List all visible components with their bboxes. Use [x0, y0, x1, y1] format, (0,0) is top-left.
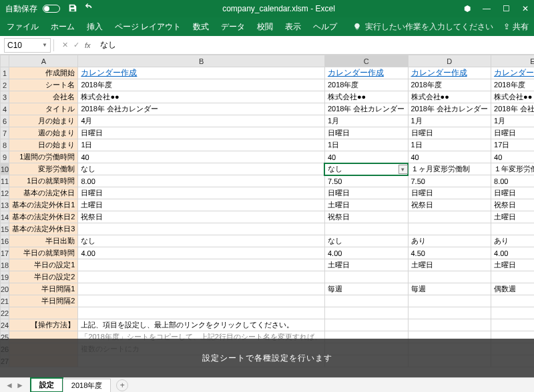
cell[interactable]: 土曜日: [491, 259, 534, 271]
row-header[interactable]: 1: [1, 67, 9, 79]
tab-help[interactable]: ヘルプ: [312, 19, 338, 35]
cell[interactable]: [9, 307, 78, 319]
cell[interactable]: 2018年度: [324, 79, 408, 91]
cell[interactable]: 日曜日: [78, 127, 325, 139]
toggle-switch-icon[interactable]: [43, 5, 60, 13]
cell[interactable]: 4月: [78, 115, 325, 127]
cell[interactable]: なし▾▾: [324, 163, 408, 175]
cell[interactable]: 上記、項目を設定し、最上部のリンクをクリックしてください。: [78, 319, 325, 331]
cell[interactable]: 基本の法定外休日3: [9, 223, 78, 235]
row-header[interactable]: 8: [1, 139, 9, 151]
select-all-corner[interactable]: [1, 55, 9, 67]
cell[interactable]: [324, 307, 408, 319]
save-icon[interactable]: [68, 3, 77, 15]
cell[interactable]: 毎週: [408, 283, 491, 295]
cell[interactable]: カレンダー作成: [491, 67, 534, 79]
cell[interactable]: [408, 271, 491, 283]
row-header[interactable]: 17: [1, 247, 9, 259]
cell[interactable]: 4.00: [324, 247, 408, 259]
cell[interactable]: 日曜日: [491, 187, 534, 199]
cell[interactable]: [78, 295, 325, 307]
cell[interactable]: 株式会社●●: [78, 91, 325, 103]
cell[interactable]: 4.00: [491, 247, 534, 259]
sheet-tab-settings[interactable]: 設定: [31, 378, 63, 393]
row-header[interactable]: 13: [1, 199, 9, 211]
cell[interactable]: 日曜日: [408, 127, 491, 139]
row-header[interactable]: 7: [1, 127, 9, 139]
cell[interactable]: 月の始まり: [9, 115, 78, 127]
row-header[interactable]: 3: [1, 91, 9, 103]
cell[interactable]: 日の始まり: [9, 139, 78, 151]
cell[interactable]: 1月: [408, 115, 491, 127]
cell[interactable]: 2018年 会社カレンダー: [324, 103, 408, 115]
cell[interactable]: １ヶ月変形労働制: [408, 163, 491, 175]
cell[interactable]: 4.50: [408, 247, 491, 259]
cell[interactable]: 半日の設定2: [9, 271, 78, 283]
create-calendar-link[interactable]: カレンダー作成: [494, 68, 534, 77]
cell[interactable]: 1月: [324, 115, 408, 127]
share-button[interactable]: ⇪ 共有: [503, 21, 529, 33]
row-header[interactable]: 16: [1, 235, 9, 247]
cell[interactable]: タイトル: [9, 103, 78, 115]
cell[interactable]: 土曜日: [491, 211, 534, 223]
create-calendar-link[interactable]: カレンダー作成: [328, 68, 384, 77]
tab-home[interactable]: ホーム: [49, 19, 76, 35]
cell[interactable]: 7.50: [324, 175, 408, 187]
col-header-C[interactable]: C: [324, 55, 408, 67]
sheet-tab-2018[interactable]: 2018年度: [63, 379, 111, 392]
cell[interactable]: [78, 271, 325, 283]
cell[interactable]: 祝祭日: [408, 199, 491, 211]
cell[interactable]: [491, 307, 534, 319]
create-calendar-link[interactable]: カレンダー作成: [81, 68, 137, 77]
cell[interactable]: [491, 295, 534, 307]
cell[interactable]: 半日間隔1: [9, 283, 78, 295]
cell[interactable]: [491, 319, 534, 331]
cell[interactable]: 日曜日: [491, 127, 534, 139]
cell[interactable]: [408, 223, 491, 235]
cell[interactable]: 作成開始: [9, 67, 78, 79]
cell[interactable]: 4.00: [78, 247, 325, 259]
row-header[interactable]: 9: [1, 151, 9, 163]
cell[interactable]: 半日の設定1: [9, 259, 78, 271]
cell[interactable]: 祝祭日: [324, 211, 408, 223]
cell[interactable]: 週の始まり: [9, 127, 78, 139]
cell[interactable]: 7.50: [408, 175, 491, 187]
column-headers[interactable]: A B C D E F: [1, 55, 535, 67]
cell[interactable]: [491, 271, 534, 283]
cell[interactable]: 2018年度: [491, 79, 534, 91]
col-header-A[interactable]: A: [9, 55, 78, 67]
worksheet-grid[interactable]: A B C D E F 1作成開始カレンダー作成カレンダー作成カレンダー作成カレ…: [0, 55, 534, 377]
autosave-toggle[interactable]: 自動保存: [5, 3, 60, 15]
close-icon[interactable]: ✕: [522, 4, 529, 13]
cell[interactable]: 8.00: [491, 175, 534, 187]
create-calendar-link[interactable]: カレンダー作成: [411, 68, 467, 77]
row-header[interactable]: 18: [1, 259, 9, 271]
cell[interactable]: カレンダー作成: [78, 67, 325, 79]
next-sheet-icon[interactable]: ►: [16, 381, 24, 390]
cell[interactable]: 1週間の労働時間: [9, 151, 78, 163]
row-header[interactable]: 21: [1, 295, 9, 307]
cell[interactable]: [324, 295, 408, 307]
cell[interactable]: 【操作方法】: [9, 319, 78, 331]
col-header-E[interactable]: E: [491, 55, 534, 67]
cell[interactable]: なし: [324, 235, 408, 247]
cell[interactable]: カレンダー作成: [408, 67, 491, 79]
enter-formula-icon[interactable]: ✓: [73, 41, 79, 49]
chevron-down-icon[interactable]: ▼: [42, 42, 47, 48]
cell[interactable]: 1日: [408, 139, 491, 151]
cell[interactable]: 祝祭日: [78, 211, 325, 223]
cell[interactable]: なし: [78, 235, 325, 247]
cell[interactable]: [78, 307, 325, 319]
row-header[interactable]: 12: [1, 187, 9, 199]
row-header[interactable]: 22: [1, 307, 9, 319]
cell[interactable]: [78, 223, 325, 235]
cell[interactable]: 40: [324, 151, 408, 163]
cell[interactable]: 日曜日: [78, 187, 325, 199]
row-header[interactable]: 15: [1, 223, 9, 235]
cell[interactable]: [78, 259, 325, 271]
cell[interactable]: 株式会社●●: [324, 91, 408, 103]
cell[interactable]: 40: [491, 151, 534, 163]
cell[interactable]: 基本の法定休日: [9, 187, 78, 199]
cell[interactable]: 17日: [491, 139, 534, 151]
cell[interactable]: 会社名: [9, 91, 78, 103]
